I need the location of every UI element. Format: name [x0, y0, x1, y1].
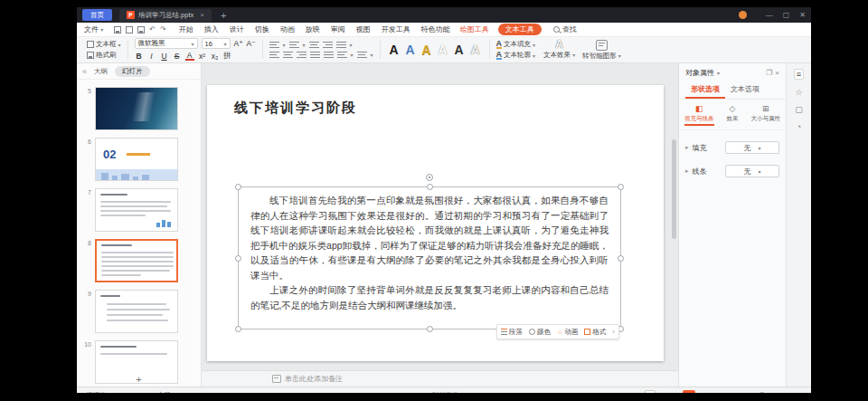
slide-thumbnail-5[interactable]: 5 [80, 87, 195, 130]
tab-features[interactable]: 特色功能 [421, 24, 450, 34]
smart-beautify-button[interactable]: ◎ 智能美化 ▾ [423, 391, 465, 394]
resize-handle-n[interactable] [427, 184, 433, 190]
user-avatar[interactable] [739, 11, 747, 19]
resize-handle-e[interactable] [618, 255, 624, 262]
resize-handle-ne[interactable] [618, 184, 624, 190]
line-spacing-icon[interactable] [336, 41, 346, 49]
fit-to-window-icon[interactable]: ⊡ [796, 391, 802, 394]
slide-thumbnail-9[interactable]: 9 [80, 290, 195, 333]
canvas-scrollbar[interactable] [672, 85, 676, 361]
tab-close-icon[interactable]: × [200, 11, 204, 19]
zoom-slider-knob[interactable] [758, 392, 766, 393]
tab-draw-tools[interactable]: 绘图工具 [460, 24, 489, 34]
paragraph-quick-button[interactable]: 段落 [501, 328, 523, 337]
slide-canvas[interactable]: 线下培训学习阶段 线下培训首先给我的第一点印象就是氛围很好，大家都很认真，如果自… [207, 85, 664, 361]
wordart-preset-5[interactable]: A [452, 43, 467, 57]
line-select[interactable]: 无▾ [725, 165, 779, 177]
effects-group[interactable]: ◇效果 [727, 105, 739, 126]
superscript-button[interactable]: x² [198, 52, 207, 61]
slides-tab[interactable]: 幻灯片 [115, 66, 150, 77]
tab-design[interactable]: 设计 [230, 24, 244, 34]
bullet-list-icon[interactable] [269, 41, 279, 49]
pinyin-button[interactable]: 拼 [223, 51, 232, 62]
underline-button[interactable]: U [160, 52, 169, 61]
find-button[interactable]: 查找 [553, 24, 577, 34]
align-left-icon[interactable] [269, 51, 279, 59]
tab-transition[interactable]: 切换 [255, 24, 269, 34]
body-paragraph-1[interactable]: 线下培训首先给我的第一点印象就是氛围很好，大家都很认真，如果自身不够自律的人在这… [250, 193, 609, 282]
tab-review[interactable]: 审阅 [331, 24, 345, 34]
distribute-icon[interactable] [324, 51, 334, 59]
resize-handle-nw[interactable] [235, 184, 241, 190]
increase-indent-icon[interactable] [323, 41, 333, 49]
slide-sorter-icon[interactable]: ⊞ [661, 391, 667, 394]
font-size-select[interactable]: 16▾ [202, 38, 231, 49]
columns-icon[interactable] [337, 51, 347, 59]
bold-button[interactable]: B [135, 52, 144, 61]
textbox-button[interactable]: 文本框▾ [87, 40, 121, 49]
animation-rail-icon[interactable]: ☆ [795, 88, 802, 97]
fill-select[interactable]: 无▾ [725, 141, 779, 154]
shape-options-tab[interactable]: 形状选项 [685, 82, 725, 99]
tab-home[interactable]: 开始 [179, 24, 193, 34]
text-outline-button[interactable]: A文本轮廓▾ [496, 51, 536, 60]
text-options-tab[interactable]: 文本选项 [725, 82, 765, 99]
body-paragraph-2[interactable]: 上课之外的时间除了坚持背单词外就是反反复复复习老师上课的内容和自己总结的笔记,不… [250, 282, 609, 312]
close-button[interactable]: ✕ [799, 11, 806, 19]
subscript-button[interactable]: x₂ [211, 52, 220, 61]
smart-graphic-button[interactable]: 转智能图形 ▾ [579, 38, 625, 62]
slide-thumbnail-7[interactable]: 7 [80, 188, 195, 232]
tab-insert[interactable]: 插入 [204, 24, 219, 34]
collapse-panel-icon[interactable]: « [82, 67, 87, 76]
animation-quick-button[interactable]: ☆动画 [557, 328, 578, 337]
notes-view-icon[interactable]: ▤ [632, 391, 639, 394]
line-expand-icon[interactable]: ▸ [685, 167, 689, 175]
shapes-rail-icon[interactable]: ▢ [795, 105, 803, 114]
tab-animation[interactable]: 动画 [280, 24, 295, 34]
decrease-indent-icon[interactable] [309, 41, 319, 49]
font-name-select[interactable]: 微软雅黑▾ [135, 38, 198, 49]
slide-thumbnail-6[interactable]: 6 02 [80, 138, 195, 181]
preview-icon[interactable] [137, 26, 145, 33]
color-quick-button[interactable]: 颜色 [529, 328, 551, 337]
print-icon[interactable] [126, 26, 133, 33]
notes-bar[interactable]: 单击此处添加备注 [202, 370, 678, 387]
play-slideshow-button[interactable]: ▶ [683, 390, 695, 393]
resize-handle-sw[interactable] [235, 326, 241, 332]
text-fill-button[interactable]: A文本填充▾ [496, 40, 536, 49]
outline-tab[interactable]: 大纲 [94, 67, 108, 76]
new-tab-button[interactable]: + [221, 11, 226, 20]
strikethrough-button[interactable]: S [173, 52, 182, 61]
home-tab[interactable]: 首页 [82, 9, 112, 21]
decrease-font-icon[interactable]: A⁻ [247, 39, 256, 48]
italic-button[interactable]: I [147, 52, 156, 61]
tab-text-tools[interactable]: 文本工具 [498, 24, 542, 35]
undo-icon[interactable]: ↶ [149, 25, 156, 33]
file-menu[interactable]: 文件 ▾ [84, 24, 103, 34]
wordart-preset-4[interactable]: A [436, 43, 450, 57]
wordart-preset-2[interactable]: A [403, 43, 418, 57]
selected-textbox[interactable]: 线下培训首先给我的第一点印象就是氛围很好，大家都很认真，如果自身不够自律的人在这… [238, 186, 621, 329]
size-properties-group[interactable]: ⊞大小与属性 [751, 105, 781, 126]
resize-handle-w[interactable] [235, 255, 241, 262]
resize-handle-s[interactable] [427, 326, 433, 332]
slide-thumbnail-8-selected[interactable]: 8 [80, 239, 195, 282]
history-rail-icon[interactable]: ◔ [797, 122, 801, 131]
align-center-icon[interactable] [283, 51, 293, 59]
fill-line-group[interactable]: ◧填充与线条 [684, 105, 714, 126]
panel-close-icon[interactable]: × [775, 69, 779, 77]
zoom-out-icon[interactable]: − [720, 391, 724, 394]
wordart-preset-3[interactable]: A [420, 43, 434, 57]
text-effect-button[interactable]: A 文本效果 ▾ [540, 38, 579, 62]
rotate-handle[interactable] [426, 174, 433, 181]
add-slide-button[interactable]: + [77, 374, 201, 385]
tab-view[interactable]: 视图 [356, 24, 371, 34]
slide-title[interactable]: 线下培训学习阶段 [234, 100, 357, 117]
wordart-preset-6[interactable]: A [468, 43, 483, 57]
more-chevron-icon[interactable]: › [612, 328, 615, 336]
minimize-button[interactable]: — [766, 11, 773, 19]
scrollbar-thumb[interactable] [672, 139, 676, 239]
fill-expand-icon[interactable]: ▸ [685, 144, 689, 151]
save-icon[interactable] [114, 26, 121, 33]
reading-view-icon[interactable]: ▯ [673, 391, 677, 394]
